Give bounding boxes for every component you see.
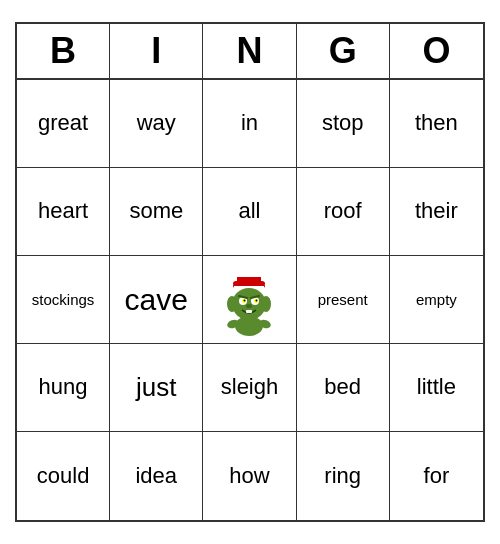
cell-text: hung — [39, 374, 88, 400]
cell-r1-c4: their — [390, 168, 483, 256]
cell-text: little — [417, 374, 456, 400]
cell-text: just — [136, 372, 176, 403]
cell-text: for — [424, 463, 450, 489]
cell-text: stop — [322, 110, 364, 136]
cell-r2-c0: stockings — [17, 256, 110, 344]
svg-rect-4 — [237, 277, 261, 286]
cell-r0-c2: in — [203, 80, 296, 168]
cell-text: in — [241, 110, 258, 136]
cell-r1-c2: all — [203, 168, 296, 256]
grinch-image — [219, 264, 279, 336]
cell-text: present — [318, 291, 368, 309]
cell-r3-c4: little — [390, 344, 483, 432]
cell-text: bed — [324, 374, 361, 400]
cell-r3-c0: hung — [17, 344, 110, 432]
cell-r4-c3: ring — [297, 432, 390, 520]
cell-text: stockings — [32, 291, 95, 309]
svg-point-17 — [261, 296, 271, 312]
cell-text: some — [129, 198, 183, 224]
svg-point-12 — [246, 304, 252, 308]
cell-r4-c1: idea — [110, 432, 203, 520]
cell-text: heart — [38, 198, 88, 224]
cell-r4-c0: could — [17, 432, 110, 520]
header-cell-n: N — [203, 24, 296, 78]
header-cell-b: B — [17, 24, 110, 78]
cell-r0-c0: great — [17, 80, 110, 168]
bingo-grid: greatwayinstopthenheartsomeallrooftheirs… — [17, 80, 483, 520]
bingo-card: BINGO greatwayinstopthenheartsomeallroof… — [15, 22, 485, 522]
svg-point-16 — [227, 296, 237, 312]
svg-point-11 — [256, 299, 258, 301]
cell-r2-c2 — [203, 256, 296, 344]
svg-rect-13 — [246, 310, 252, 313]
cell-r2-c1: cave — [110, 256, 203, 344]
bingo-header: BINGO — [17, 24, 483, 80]
cell-r0-c3: stop — [297, 80, 390, 168]
cell-text: could — [37, 463, 90, 489]
cell-text: idea — [135, 463, 177, 489]
cell-text: all — [238, 198, 260, 224]
cell-r4-c4: for — [390, 432, 483, 520]
header-cell-o: O — [390, 24, 483, 78]
cell-r3-c3: bed — [297, 344, 390, 432]
cell-r2-c4: empty — [390, 256, 483, 344]
cell-r4-c2: how — [203, 432, 296, 520]
cell-r1-c1: some — [110, 168, 203, 256]
cell-r1-c3: roof — [297, 168, 390, 256]
cell-text: how — [229, 463, 269, 489]
cell-r0-c4: then — [390, 80, 483, 168]
cell-text: their — [415, 198, 458, 224]
svg-point-10 — [244, 299, 246, 301]
cell-r3-c1: just — [110, 344, 203, 432]
cell-r3-c2: sleigh — [203, 344, 296, 432]
cell-r0-c1: way — [110, 80, 203, 168]
cell-text: way — [137, 110, 176, 136]
cell-text: cave — [125, 282, 188, 318]
cell-text: ring — [324, 463, 361, 489]
cell-r2-c3: present — [297, 256, 390, 344]
cell-text: sleigh — [221, 374, 278, 400]
cell-text: empty — [416, 291, 457, 309]
svg-point-18 — [235, 316, 263, 336]
header-cell-i: I — [110, 24, 203, 78]
cell-r1-c0: heart — [17, 168, 110, 256]
header-cell-g: G — [297, 24, 390, 78]
cell-text: roof — [324, 198, 362, 224]
cell-text: then — [415, 110, 458, 136]
cell-text: great — [38, 110, 88, 136]
